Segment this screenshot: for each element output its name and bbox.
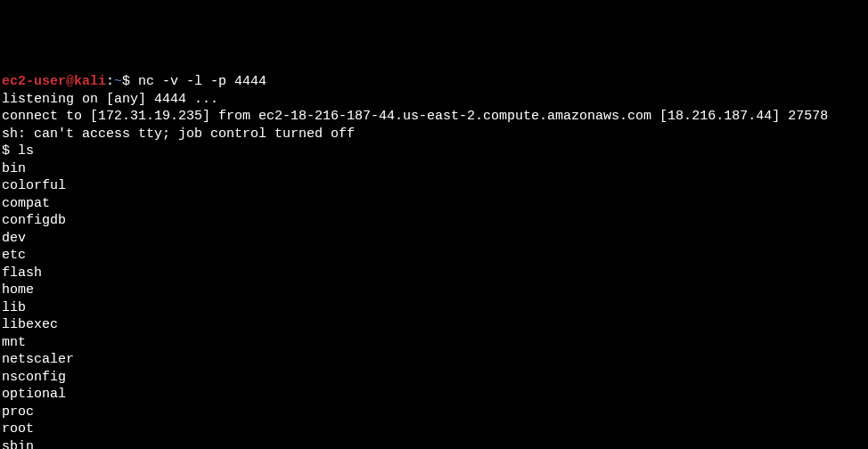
- ls-item: bin: [2, 161, 26, 176]
- ls-item: libexec: [2, 317, 58, 332]
- ls-item: dev: [2, 231, 26, 246]
- ls-item: colorful: [2, 178, 66, 193]
- ls-item: mnt: [2, 335, 26, 350]
- ls-item: root: [2, 421, 34, 437]
- ls-item: netscaler: [2, 352, 74, 367]
- ls-item: lib: [2, 300, 26, 315]
- ls-item: sbin: [2, 439, 34, 450]
- terminal-window[interactable]: ec2-user@kali:~$ nc -v -l -p 4444 listen…: [2, 73, 866, 449]
- prompt-symbol: $: [122, 74, 138, 89]
- output-tty: sh: can't access tty; job control turned…: [2, 127, 355, 142]
- ls-item: etc: [2, 248, 26, 263]
- prompt-sep: :: [106, 74, 114, 89]
- ls-item: compat: [2, 196, 50, 211]
- output-listening: listening on [any] 4444 ...: [2, 92, 218, 107]
- shell-prompt: $: [2, 143, 18, 159]
- ls-item: nsconfig: [2, 370, 66, 385]
- ls-item: home: [2, 282, 34, 298]
- ls-item: optional: [2, 387, 66, 402]
- prompt-user: ec2-user@kali: [2, 74, 106, 89]
- command-ls: ls: [18, 143, 34, 159]
- command-nc: nc -v -l -p 4444: [138, 74, 266, 89]
- ls-item: flash: [2, 265, 42, 281]
- prompt-path: ~: [114, 74, 122, 89]
- output-connect: connect to [172.31.19.235] from ec2-18-2…: [2, 109, 828, 124]
- ls-item: proc: [2, 404, 34, 420]
- ls-item: configdb: [2, 213, 66, 228]
